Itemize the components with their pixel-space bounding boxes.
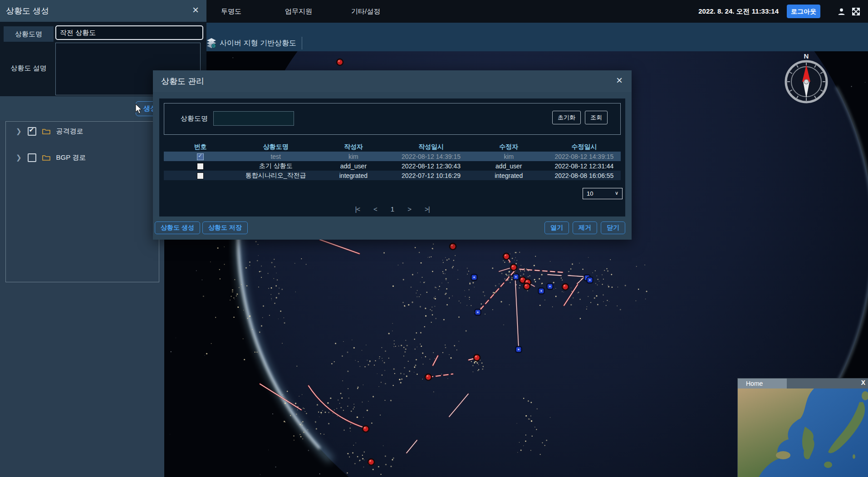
- chevron-right-icon[interactable]: ❯: [16, 153, 22, 162]
- attack-node-marker-red[interactable]: [368, 459, 374, 465]
- chevron-down-icon: ∨: [615, 190, 618, 196]
- row-checkbox[interactable]: [197, 172, 204, 179]
- tree-item-attack-path[interactable]: ❯ 공격경로: [16, 125, 83, 137]
- dialog-header[interactable]: 상황도 생성 ×: [0, 0, 206, 22]
- modal-footer: 상황도 생성 상황도 저장 열기 제거 닫기: [153, 216, 632, 240]
- minimap-close-icon[interactable]: X: [861, 379, 865, 386]
- dialog-close-icon[interactable]: ×: [192, 4, 199, 16]
- row-checkbox[interactable]: [197, 163, 204, 170]
- search-group: 상황도명 초기화 조회: [164, 103, 621, 135]
- attack-node-marker-red[interactable]: [425, 374, 432, 380]
- tab-label: 사이버 지형 기반상황도: [220, 39, 296, 48]
- next-page-button[interactable]: >: [407, 205, 411, 213]
- folder-icon: [42, 154, 50, 161]
- modal-title: 상황도 관리: [161, 76, 204, 87]
- modal-body-panel: 상황도명 초기화 조회 번호 상황도명 작성자 작성일시 수정자 수정일시: [159, 98, 625, 216]
- table-row[interactable]: 초기 상황도 add_user 2022-08-12 12:30:43 add_…: [164, 161, 621, 171]
- tree-item-bgp-path[interactable]: ❯ BGP 경로: [16, 152, 86, 163]
- name-field-label: 상황도명: [4, 26, 54, 42]
- modal-header[interactable]: 상황도 관리 ×: [153, 70, 632, 92]
- attack-node-marker-red[interactable]: [503, 253, 510, 260]
- attack-node-marker-red[interactable]: [510, 264, 517, 270]
- tree-item-label: BGP 경로: [56, 153, 86, 162]
- bgp-path-checkbox[interactable]: [28, 153, 36, 162]
- table-row[interactable]: test kim 2022-08-12 14:39:15 kim 2022-08…: [164, 152, 621, 161]
- layers-icon: ⚙: [206, 38, 216, 49]
- col-header-editor[interactable]: 수정자: [470, 143, 548, 151]
- folder-icon: [42, 128, 50, 134]
- user-icon[interactable]: [838, 8, 845, 15]
- save-situation-button[interactable]: 상황도 저장: [202, 221, 248, 234]
- svg-text:⚙: ⚙: [211, 43, 216, 49]
- col-header-created[interactable]: 작성일시: [392, 143, 470, 151]
- situation-name-input[interactable]: [55, 25, 203, 40]
- page-size-select[interactable]: 10 ∨: [583, 188, 623, 199]
- top-navbar: 투명도 업무지원 기타/설정 2022. 8. 24. 오전 11:33:14 …: [164, 0, 868, 23]
- modal-close-icon[interactable]: ×: [616, 74, 623, 87]
- col-header-modified[interactable]: 수정일시: [548, 143, 621, 151]
- situation-management-modal: 상황도 관리 × 상황도명 초기화 조회 번호 상황도명 작성자 작성일시 수정…: [153, 70, 632, 240]
- table-row[interactable]: 통합시나리오_작전급 integrated 2022-07-12 10:16:2…: [164, 171, 621, 180]
- datetime-display: 2022. 8. 24. 오전 11:33:14: [698, 0, 779, 23]
- nav-item-work-support[interactable]: 업무지원: [285, 0, 312, 23]
- attack-node-marker-red[interactable]: [474, 354, 480, 361]
- close-button[interactable]: 닫기: [601, 221, 625, 234]
- dialog-title: 상황도 생성: [6, 5, 49, 16]
- situation-search-input[interactable]: [213, 111, 294, 126]
- minimap-home-tab[interactable]: Home: [738, 379, 787, 388]
- tree-item-label: 공격경로: [56, 127, 83, 136]
- layer-tree-container: ❯ 공격경로 ❯ BGP 경로: [5, 121, 159, 282]
- app-screen: N 투명도 업무지원 기타/설정 2022. 8. 24. 오전 11:33:1…: [0, 0, 868, 477]
- chevron-right-icon[interactable]: ❯: [16, 127, 22, 135]
- current-page[interactable]: 1: [391, 205, 394, 213]
- attack-node-marker-red[interactable]: [524, 283, 530, 290]
- col-header-author[interactable]: 작성자: [314, 143, 392, 151]
- fullscreen-icon[interactable]: [852, 8, 860, 15]
- first-page-button[interactable]: |<: [355, 205, 360, 213]
- search-field-label: 상황도명: [181, 114, 208, 123]
- minimap-titlebar[interactable]: Home X: [738, 379, 868, 388]
- minimap-panel: Home X: [737, 378, 868, 477]
- attack-node-marker-red[interactable]: [562, 284, 569, 290]
- col-header-number[interactable]: 번호: [164, 143, 237, 151]
- nav-item-transparency[interactable]: 투명도: [221, 0, 241, 23]
- create-situation-button[interactable]: 상황도 생성: [155, 221, 200, 234]
- remove-button[interactable]: 제거: [573, 221, 597, 234]
- minimap-satellite-map[interactable]: [738, 388, 868, 477]
- table-header-row: 번호 상황도명 작성자 작성일시 수정자 수정일시: [164, 142, 621, 152]
- query-button[interactable]: 조회: [585, 111, 608, 124]
- last-page-button[interactable]: >|: [425, 205, 430, 213]
- col-header-name[interactable]: 상황도명: [237, 143, 314, 151]
- prev-page-button[interactable]: <: [373, 205, 377, 213]
- reset-button[interactable]: 초기화: [552, 111, 581, 124]
- tab-cyber-terrain-map[interactable]: ⚙ 사이버 지형 기반상황도: [206, 38, 296, 49]
- attack-node-marker-red[interactable]: [337, 59, 343, 65]
- tab-divider: [302, 37, 302, 49]
- pagination: |< < 1 > >|: [159, 205, 625, 213]
- situation-table: 번호 상황도명 작성자 작성일시 수정자 수정일시 test kim 2022-…: [164, 142, 621, 180]
- description-field-label: 상황도 설명: [4, 43, 54, 93]
- map-tab-bar: ⚙ 사이버 지형 기반상황도: [164, 23, 868, 51]
- open-button[interactable]: 열기: [544, 221, 569, 234]
- attack-path-checkbox[interactable]: [28, 127, 36, 136]
- svg-text:N: N: [804, 52, 809, 60]
- attack-node-marker-red[interactable]: [363, 426, 369, 432]
- logout-button[interactable]: 로그아웃: [787, 5, 820, 18]
- nav-item-settings[interactable]: 기타/설정: [351, 0, 380, 23]
- row-checkbox[interactable]: [197, 153, 204, 160]
- attack-node-marker-red[interactable]: [450, 243, 456, 250]
